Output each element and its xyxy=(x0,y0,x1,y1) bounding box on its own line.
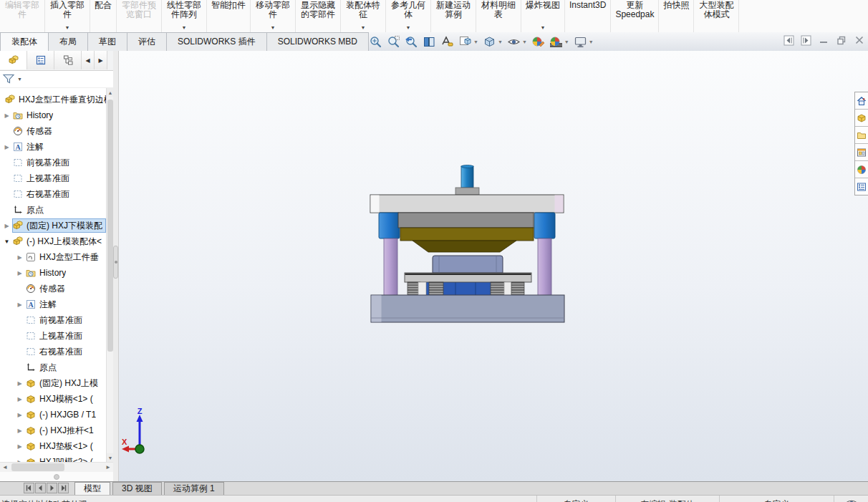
tab-solidworks-add-ins[interactable]: SOLIDWORKS 插件 xyxy=(166,32,267,51)
model-backing-plate[interactable] xyxy=(398,213,534,228)
chevron-down-icon[interactable]: ▼ xyxy=(65,24,70,32)
appearances-scenes-tab[interactable] xyxy=(855,161,868,178)
chevron-down-icon[interactable]: ▼ xyxy=(498,39,503,44)
tree-item-body[interactable]: History xyxy=(12,108,106,122)
tree-item[interactable]: ▶A注解 xyxy=(0,296,106,312)
model-guide-pillar-left[interactable] xyxy=(384,238,397,300)
tree-item-body[interactable]: A注解 xyxy=(12,140,106,154)
panel-tab-scroll-left[interactable]: ◀ xyxy=(82,51,95,69)
tree-item[interactable]: 前视基准面 xyxy=(0,155,106,170)
next-sheet-button[interactable] xyxy=(47,483,57,493)
tree-item-body[interactable]: 前视基准面 xyxy=(12,155,106,170)
reference-geometry-button[interactable]: 参考几何体▼ xyxy=(386,0,431,32)
apply-scene-button[interactable]: ▼ xyxy=(547,34,572,49)
expand-icon[interactable]: ▶ xyxy=(1,112,12,119)
tree-item-body[interactable]: 原点 xyxy=(12,203,106,217)
tab-evaluate[interactable]: 评估 xyxy=(127,32,167,51)
model-shank-collar[interactable] xyxy=(455,188,479,195)
smart-fasteners-button[interactable]: 智能扣件 xyxy=(207,0,251,32)
expand-icon[interactable]: ▶ xyxy=(1,144,12,150)
expand-icon[interactable]: ▶ xyxy=(14,428,25,434)
model-shank-top[interactable] xyxy=(461,165,473,168)
tree-item[interactable]: ▶History xyxy=(0,107,106,123)
tree-item[interactable]: 原点 xyxy=(0,202,106,218)
solidworks-resources-tab[interactable] xyxy=(855,92,868,110)
insert-components-button[interactable]: 插入零部件▼ xyxy=(45,0,90,32)
expand-icon[interactable]: ▶ xyxy=(14,270,25,276)
tab-motion-study-1[interactable]: 运动算例 1 xyxy=(164,482,224,495)
filter-caret-icon[interactable]: ▼ xyxy=(17,77,22,82)
chevron-down-icon[interactable]: ▼ xyxy=(541,24,546,32)
tree-item-body[interactable]: 原点 xyxy=(25,360,106,375)
tree-item-body[interactable]: (固定) HXJ下模装配 xyxy=(12,218,106,233)
large-assembly-mode-button[interactable]: 大型装配体模式 xyxy=(694,0,739,32)
exploded-view-button[interactable]: 爆炸视图▼ xyxy=(521,0,565,32)
tree-item-body[interactable]: 传感器 xyxy=(12,124,106,138)
scroll-right-icon[interactable]: ► xyxy=(103,463,113,472)
tree-item-body[interactable]: (-) HXJGB / T1 xyxy=(25,407,106,422)
model-workpiece[interactable] xyxy=(433,256,503,273)
tree-item[interactable]: ▶(-) HXJ推杆<1 xyxy=(0,423,106,438)
tree-item[interactable]: 右视基准面 xyxy=(0,344,106,359)
tab-solidworks-mbd[interactable]: SOLIDWORKS MBD xyxy=(266,32,369,51)
tree-item-body[interactable]: 前视基准面 xyxy=(25,313,106,327)
tree-item-body[interactable]: HXJ盒型工件垂 xyxy=(25,250,106,264)
chevron-down-icon[interactable]: ▼ xyxy=(182,24,187,32)
chevron-down-icon[interactable]: ▼ xyxy=(473,39,478,44)
model-guide-bushing-left[interactable] xyxy=(379,213,400,238)
view-orientation-button[interactable]: ▼ xyxy=(456,34,481,49)
tree-item-body[interactable]: (-) HXJ上模装配体< xyxy=(12,234,106,248)
tree-item[interactable]: 右视基准面 xyxy=(0,186,106,202)
tree-item-body[interactable]: (固定) HXJ上模 xyxy=(25,376,106,390)
tree-item-body[interactable]: HXJ盒型工件垂直切边模 xyxy=(4,92,106,107)
update-speedpak-button[interactable]: 更新 Speedpak xyxy=(611,0,659,32)
zoom-to-fit-button[interactable] xyxy=(367,34,385,49)
assembly-features-button[interactable]: 装配体特征▼ xyxy=(341,0,386,32)
tree-item-body[interactable]: 上视基准面 xyxy=(25,329,106,343)
expand-icon[interactable]: ▶ xyxy=(14,380,25,387)
tab-model[interactable]: 模型 xyxy=(74,482,110,495)
panel-tab-scroll-right[interactable]: ▶ xyxy=(95,51,107,69)
propertymanager-tab[interactable] xyxy=(27,51,54,69)
mate-button[interactable]: 配合 xyxy=(90,0,117,32)
die-set-assembly-model[interactable] xyxy=(370,148,567,326)
model-die-taper[interactable] xyxy=(413,241,516,252)
tree-item-body[interactable]: 上视基准面 xyxy=(12,171,106,185)
chevron-down-icon[interactable]: ▼ xyxy=(564,39,569,44)
zoom-to-area-button[interactable] xyxy=(385,34,402,49)
graphics-viewport[interactable]: Z X xyxy=(119,51,868,481)
previous-sheet-button[interactable] xyxy=(35,483,46,493)
tree-item[interactable]: ▶HXJ凹模<2> ( xyxy=(0,454,106,462)
vertical-scroll-thumb[interactable] xyxy=(107,100,113,352)
panel-bottom-grip[interactable] xyxy=(0,472,113,481)
tree-item[interactable]: ▶HXJ垫板<1> ( xyxy=(0,438,106,454)
chevron-down-icon[interactable]: ▼ xyxy=(589,39,594,44)
chevron-down-icon[interactable]: ▼ xyxy=(271,24,276,32)
tree-horizontal-scrollbar[interactable]: ◄ ► xyxy=(0,462,113,472)
tree-filter-row[interactable]: ▼ xyxy=(0,70,113,88)
tree-item-body[interactable]: 右视基准面 xyxy=(25,344,106,359)
new-motion-study-button[interactable]: 新建运动算例 xyxy=(431,0,476,32)
tree-item[interactable]: ▶(固定) HXJ下模装配 xyxy=(0,218,106,233)
tab-sketch[interactable]: 草图 xyxy=(87,32,127,51)
filter-funnel-icon[interactable] xyxy=(2,73,15,85)
tree-item[interactable]: ▼(-) HXJ上模装配体< xyxy=(0,233,106,249)
previous-view-button[interactable] xyxy=(402,34,420,49)
tree-item[interactable]: ▶HXJ盒型工件垂 xyxy=(0,249,106,265)
model-die-plate[interactable] xyxy=(400,228,534,241)
view-settings-button[interactable]: ▼ xyxy=(572,34,596,49)
display-style-button[interactable]: ▼ xyxy=(481,34,505,49)
tree-item[interactable]: ▶A注解 xyxy=(0,139,106,155)
scroll-left-icon[interactable]: ◄ xyxy=(0,463,10,472)
expand-icon[interactable]: ▶ xyxy=(14,254,25,261)
tree-vertical-scrollbar[interactable]: ▲ ▼ xyxy=(106,88,113,462)
dynamic-annotation-views-button[interactable] xyxy=(438,34,456,49)
collapse-icon[interactable]: ▼ xyxy=(1,238,12,245)
tab-assembly[interactable]: 装配体 xyxy=(0,32,49,51)
minimize-button[interactable] xyxy=(818,34,829,46)
tree-item-body[interactable]: A注解 xyxy=(25,297,106,312)
view-palette-tab[interactable] xyxy=(855,144,868,161)
tree-item[interactable]: 前视基准面 xyxy=(0,312,106,328)
tab-3d-views[interactable]: 3D 视图 xyxy=(112,482,162,495)
tree-item[interactable]: ▶(固定) HXJ上模 xyxy=(0,375,106,391)
